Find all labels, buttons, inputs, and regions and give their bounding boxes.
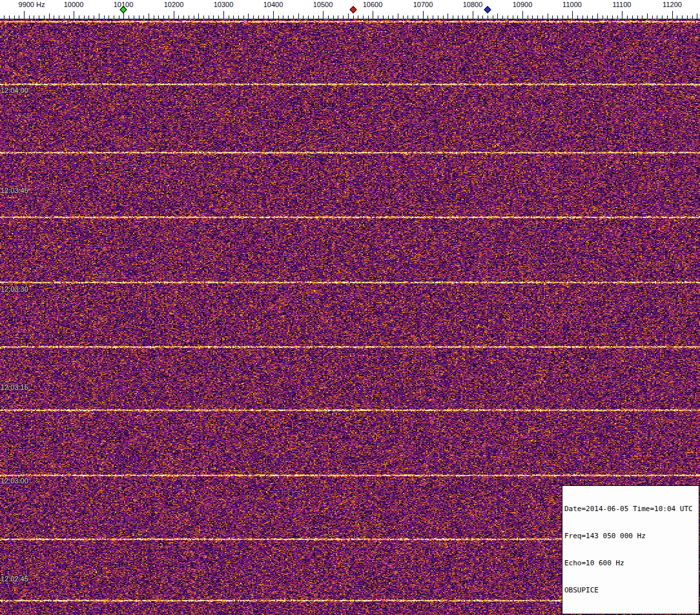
freq-tick: [368, 15, 369, 19]
freq-tick: [143, 15, 144, 19]
freq-tick: [403, 15, 404, 19]
freq-tick: [517, 15, 518, 19]
freq-tick: [677, 15, 677, 19]
freq-tick: [572, 11, 573, 19]
freq-tick: [203, 15, 204, 19]
freq-tick: [448, 14, 448, 19]
freq-tick: [423, 11, 424, 19]
freq-tick: [253, 15, 254, 19]
freq-tick-label: 9900 Hz: [19, 1, 45, 8]
freq-tick: [154, 15, 154, 19]
freq-tick: [508, 15, 508, 19]
freq-tick: [183, 15, 184, 19]
freq-tick: [562, 15, 563, 19]
freq-tick: [333, 15, 334, 19]
freq-tick: [303, 15, 304, 19]
freq-tick-label: 10400: [263, 1, 283, 8]
freq-tick: [119, 15, 119, 19]
freq-tick: [343, 15, 344, 19]
freq-tick: [552, 15, 553, 19]
freq-tick-label: 10900: [513, 1, 533, 8]
freq-tick: [468, 15, 468, 19]
freq-tick: [223, 11, 224, 19]
freq-tick: [597, 14, 598, 19]
spectrogram-window: 9900 Hz100001010010200103001040010500106…: [0, 0, 700, 615]
freq-tick: [353, 15, 354, 19]
freq-tick: [513, 15, 513, 19]
freq-tick: [134, 15, 134, 19]
freq-tick-label: 11000: [562, 1, 582, 8]
freq-tick: [373, 11, 373, 19]
freq-tick: [532, 15, 533, 19]
freq-tick: [577, 15, 578, 19]
freq-tick: [84, 15, 85, 19]
freq-tick: [174, 11, 174, 19]
freq-tick: [213, 15, 214, 19]
freq-tick: [59, 15, 59, 19]
freq-tick: [458, 15, 458, 19]
time-label: 12:03:00: [1, 477, 28, 485]
freq-tick: [158, 15, 159, 19]
freq-tick: [139, 15, 139, 19]
time-label: 12:03:30: [1, 285, 28, 293]
freq-tick: [104, 15, 105, 19]
freq-tick: [473, 11, 473, 19]
freq-tick: [548, 14, 548, 19]
freq-tick: [49, 14, 50, 19]
freq-tick: [88, 15, 89, 19]
info-date-line: Date=2014-06-05 Time=10:04 UTC: [564, 505, 697, 514]
freq-tick: [268, 15, 269, 19]
freq-tick: [622, 11, 623, 19]
freq-tick: [602, 15, 603, 19]
freq-tick: [612, 15, 613, 19]
freq-tick: [149, 14, 149, 19]
freq-tick: [453, 15, 453, 19]
freq-tick: [323, 11, 324, 19]
freq-tick: [178, 15, 179, 19]
freq-tick: [218, 15, 219, 19]
freq-tick: [488, 15, 488, 19]
freq-tick: [238, 15, 239, 19]
freq-tick: [557, 15, 558, 19]
freq-tick: [14, 15, 15, 19]
freq-tick: [587, 15, 588, 19]
frequency-scale[interactable]: 9900 Hz100001010010200103001040010500106…: [0, 0, 700, 19]
freq-tick: [263, 15, 264, 19]
time-label: 12:03:15: [1, 383, 28, 391]
freq-tick: [478, 15, 479, 19]
time-label: 12:02:45: [1, 575, 28, 583]
status-info-box: Date=2014-06-05 Time=10:04 UTC Freq=143 …: [562, 485, 699, 614]
time-label: 12:04:00: [1, 86, 28, 94]
freq-tick-label: 10800: [463, 1, 483, 8]
freq-tick: [114, 15, 114, 19]
freq-tick: [637, 15, 638, 19]
freq-tick: [528, 15, 528, 19]
freq-tick: [34, 15, 34, 19]
freq-tick: [278, 15, 279, 19]
freq-tick-label: 10500: [313, 1, 333, 8]
freq-tick: [522, 11, 523, 19]
freq-tick: [194, 15, 194, 19]
freq-tick: [592, 15, 593, 19]
freq-tick: [427, 15, 428, 19]
freq-tick-label: 10600: [363, 1, 383, 8]
freq-tick: [607, 15, 608, 19]
freq-tick-label: 10200: [164, 1, 184, 8]
freq-tick: [4, 15, 5, 19]
freq-tick: [298, 14, 299, 19]
red-frequency-marker-icon[interactable]: [349, 6, 356, 13]
freq-tick: [438, 15, 438, 19]
freq-tick: [29, 15, 30, 19]
time-label: 12:03:45: [1, 187, 28, 194]
freq-tick: [24, 11, 25, 19]
freq-tick: [542, 15, 543, 19]
freq-tick: [433, 15, 433, 19]
blue-frequency-marker-icon[interactable]: [484, 6, 491, 13]
freq-tick: [388, 15, 389, 19]
freq-tick: [189, 15, 189, 19]
freq-tick: [662, 15, 663, 19]
info-station-line: OBSUPICE: [564, 586, 697, 595]
freq-tick: [163, 15, 164, 19]
freq-tick: [482, 15, 483, 19]
freq-tick-label: 11100: [613, 1, 632, 8]
